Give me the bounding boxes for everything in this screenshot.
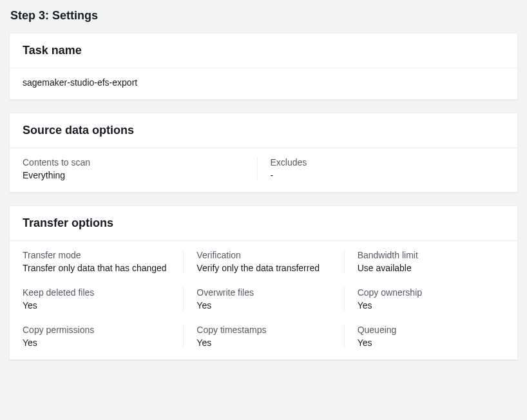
contents-to-scan-label: Contents to scan	[23, 157, 244, 167]
copy-ownership-label: Copy ownership	[358, 287, 492, 298]
overwrite-files-item: Overwrite files Yes	[183, 287, 343, 310]
page-title: Step 3: Settings	[9, 9, 518, 23]
queueing-value: Yes	[358, 338, 492, 348]
queueing-item: Queueing Yes	[344, 325, 504, 348]
verification-item: Verification Verify only the data transf…	[183, 250, 343, 273]
task-name-panel: Task name sagemaker-studio-efs-export	[9, 33, 518, 100]
task-name-value: sagemaker-studio-efs-export	[23, 77, 504, 88]
verification-label: Verification	[196, 250, 331, 260]
source-data-options-panel: Source data options Contents to scan Eve…	[9, 113, 518, 193]
transfer-options-header: Transfer options	[10, 206, 517, 241]
overwrite-files-value: Yes	[196, 300, 331, 310]
excludes-value: -	[271, 170, 492, 180]
queueing-label: Queueing	[358, 325, 492, 335]
excludes-label: Excludes	[271, 157, 492, 167]
bandwidth-limit-item: Bandwidth limit Use available	[344, 250, 504, 273]
copy-timestamps-value: Yes	[196, 338, 331, 348]
transfer-mode-item: Transfer mode Transfer only data that ha…	[23, 250, 183, 273]
copy-permissions-item: Copy permissions Yes	[23, 325, 183, 348]
task-name-header: Task name	[10, 33, 517, 68]
transfer-mode-value: Transfer only data that has changed	[23, 263, 170, 273]
bandwidth-limit-value: Use available	[358, 263, 492, 273]
verification-value: Verify only the data transferred	[196, 263, 331, 273]
copy-timestamps-label: Copy timestamps	[196, 325, 331, 335]
copy-permissions-label: Copy permissions	[23, 325, 170, 335]
bandwidth-limit-label: Bandwidth limit	[358, 250, 492, 260]
copy-timestamps-item: Copy timestamps Yes	[183, 325, 343, 348]
transfer-mode-label: Transfer mode	[23, 250, 170, 260]
keep-deleted-files-value: Yes	[23, 300, 170, 310]
excludes-item: Excludes -	[257, 157, 505, 180]
contents-to-scan-item: Contents to scan Everything	[23, 157, 257, 180]
copy-ownership-item: Copy ownership Yes	[344, 287, 504, 310]
keep-deleted-files-label: Keep deleted files	[23, 287, 170, 298]
overwrite-files-label: Overwrite files	[196, 287, 331, 298]
keep-deleted-files-item: Keep deleted files Yes	[23, 287, 183, 310]
copy-permissions-value: Yes	[23, 338, 170, 348]
transfer-options-panel: Transfer options Transfer mode Transfer …	[9, 205, 518, 360]
copy-ownership-value: Yes	[358, 300, 492, 310]
source-data-options-header: Source data options	[10, 113, 517, 148]
contents-to-scan-value: Everything	[23, 170, 244, 180]
